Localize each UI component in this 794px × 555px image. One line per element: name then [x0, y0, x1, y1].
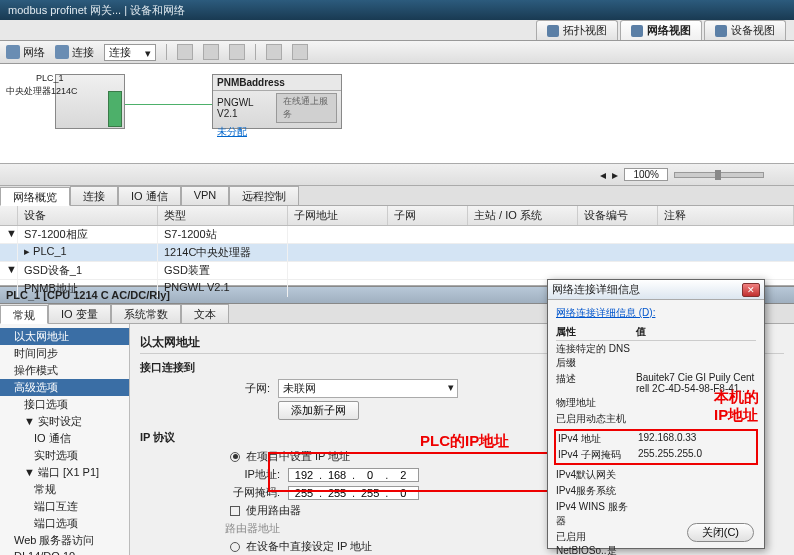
- pnmb-device[interactable]: PNMBaddress PNGWL V2.1 在线通上服务 未分配: [212, 74, 342, 129]
- connection-wire: [125, 104, 212, 105]
- close-dialog-button[interactable]: 关闭(C): [687, 523, 754, 542]
- tb-btn-1[interactable]: [177, 44, 193, 60]
- zoom-prev-icon[interactable]: ◂: [600, 168, 606, 182]
- tb-conn-dropdown[interactable]: 连接▾: [104, 44, 156, 61]
- close-icon: ✕: [747, 285, 755, 295]
- tb-btn-4[interactable]: [266, 44, 282, 60]
- tree-time-sync[interactable]: 时间同步: [0, 345, 129, 362]
- table-row: 物理地址: [556, 395, 756, 411]
- ip-address-input[interactable]: ...: [288, 468, 419, 482]
- table-row: IPv4默认网关: [556, 467, 756, 483]
- col-device[interactable]: 设备: [18, 206, 158, 225]
- tree-iface-opt[interactable]: 接口选项: [0, 396, 129, 413]
- subnet-mask-input[interactable]: ...: [288, 486, 419, 500]
- tree-port-general[interactable]: 常规: [0, 481, 129, 498]
- mask-oct-2[interactable]: [322, 487, 352, 499]
- ip-oct-4[interactable]: [388, 469, 418, 481]
- col-subnet[interactable]: 子网: [388, 206, 468, 225]
- router-label: 路由器地址: [200, 521, 280, 536]
- network-canvas[interactable]: PLC_1 中央处理器1214C PNMBaddress PNGWL V2.1 …: [0, 64, 794, 164]
- props-tabs: 网络概览 连接 IO 通信 VPN 远程控制: [0, 186, 794, 206]
- window-titlebar: modbus profinet 网关... | 设备和网络: [0, 0, 794, 20]
- zoom-next-icon[interactable]: ▸: [612, 168, 618, 182]
- tree-realtime[interactable]: ▼ 实时设定: [0, 413, 129, 430]
- grid-header: 设备 类型 子网地址 子网 主站 / IO 系统 设备编号 注释: [0, 206, 794, 226]
- tb-network[interactable]: 网络: [6, 45, 45, 60]
- tb-connect[interactable]: 连接: [55, 45, 94, 60]
- tab-network[interactable]: 网络视图: [620, 20, 702, 40]
- ip-label: IP地址:: [200, 467, 280, 482]
- dialog-body: 网络连接详细信息 (D): 属性 值 连接特定的 DNS 后缀 描述Bauite…: [548, 300, 764, 555]
- topology-icon: [547, 25, 559, 37]
- tab-io-comm[interactable]: IO 通信: [118, 186, 181, 205]
- table-row[interactable]: ▼S7-1200相应S7-1200站: [0, 226, 794, 244]
- table-row[interactable]: ▸ PLC_11214C中央处理器: [0, 244, 794, 262]
- table-row: IPv4 子网掩码255.255.255.0: [558, 447, 754, 463]
- tree-io-comm2[interactable]: IO 通信: [0, 430, 129, 447]
- tb-btn-3[interactable]: [229, 44, 245, 60]
- col-slot[interactable]: 设备编号: [578, 206, 658, 225]
- tree-advanced[interactable]: 高级选项: [0, 379, 129, 396]
- subnet-select[interactable]: 未联网▾: [278, 379, 458, 398]
- close-button[interactable]: ✕: [742, 283, 760, 297]
- mask-oct-3[interactable]: [355, 487, 385, 499]
- ip-oct-2[interactable]: [322, 469, 352, 481]
- tab-remote[interactable]: 远程控制: [229, 186, 299, 205]
- tree-rt-opt[interactable]: 实时选项: [0, 447, 129, 464]
- table-row: IPv4 地址192.168.0.33: [558, 431, 754, 447]
- plc-module-icon: [108, 91, 122, 127]
- table-row: 已启用动态主机: [556, 411, 756, 427]
- col-type[interactable]: 类型: [158, 206, 288, 225]
- zoom-slider[interactable]: [674, 172, 764, 178]
- add-subnet-button[interactable]: 添加新子网: [278, 401, 359, 420]
- tree-op-mode[interactable]: 操作模式: [0, 362, 129, 379]
- ip-oct-3[interactable]: [355, 469, 385, 481]
- tab-device[interactable]: 设备视图: [704, 20, 786, 40]
- tb-zoom-icon[interactable]: [292, 44, 308, 60]
- zoom-value[interactable]: 100%: [624, 168, 668, 181]
- conn-icon: [55, 45, 69, 59]
- tree-port-inter[interactable]: 端口互连: [0, 498, 129, 515]
- net-icon: [6, 45, 20, 59]
- zoom-thumb[interactable]: [715, 170, 721, 180]
- tab-sysconst[interactable]: 系统常数: [111, 304, 181, 323]
- tree-eth-addr[interactable]: 以太网地址: [0, 328, 129, 345]
- dropdown-icon: ▾: [145, 47, 151, 60]
- col-comment[interactable]: 注释: [658, 206, 794, 225]
- tree-port[interactable]: ▼ 端口 [X1 P1]: [0, 464, 129, 481]
- mask-oct-1[interactable]: [289, 487, 319, 499]
- dialog-caption[interactable]: 网络连接详细信息 (D):: [556, 306, 756, 320]
- tab-iovar[interactable]: IO 变量: [48, 304, 111, 323]
- tree-web[interactable]: Web 服务器访问: [0, 532, 129, 549]
- tree-di14[interactable]: DI 14/DQ 10: [0, 549, 129, 555]
- radio-icon: [230, 542, 240, 552]
- network-icon: [631, 25, 643, 37]
- pnmb-status[interactable]: 在线通上服务: [276, 93, 337, 123]
- tab-vpn[interactable]: VPN: [181, 186, 230, 205]
- device-grid: 设备 类型 子网地址 子网 主站 / IO 系统 设备编号 注释 ▼S7-120…: [0, 206, 794, 286]
- tab-general[interactable]: 常规: [0, 305, 48, 324]
- tab-text[interactable]: 文本: [181, 304, 229, 323]
- mask-label: 子网掩码:: [200, 485, 280, 500]
- pnmb-assign-link[interactable]: 未分配: [213, 125, 341, 139]
- tab-overview[interactable]: 网络概览: [0, 187, 70, 206]
- dropdown-icon: ▾: [448, 381, 454, 394]
- tab-connections[interactable]: 连接: [70, 186, 118, 205]
- table-row: 连接特定的 DNS 后缀: [556, 341, 756, 371]
- plc-module-label: 中央处理器1214C: [6, 85, 78, 98]
- settings-tree[interactable]: 以太网地址 时间同步 操作模式 高级选项 接口选项 ▼ 实时设定 IO 通信 实…: [0, 324, 130, 555]
- tab-topology[interactable]: 拓扑视图: [536, 20, 618, 40]
- pnmb-model: PNGWL V2.1: [217, 97, 268, 119]
- tb-btn-2[interactable]: [203, 44, 219, 60]
- col-subaddr[interactable]: 子网地址: [288, 206, 388, 225]
- col-master[interactable]: 主站 / IO 系统: [468, 206, 578, 225]
- table-row: 描述Bauitek7 Cie GI Puily Centrell 2C-4D-5…: [556, 371, 756, 395]
- tree-port-opt[interactable]: 端口选项: [0, 515, 129, 532]
- mask-oct-4[interactable]: [388, 487, 418, 499]
- plc-device[interactable]: PLC_1 中央处理器1214C: [55, 74, 125, 129]
- ip-oct-1[interactable]: [289, 469, 319, 481]
- annotation-host-ip-box: IPv4 地址192.168.0.33 IPv4 子网掩码255.255.255…: [554, 429, 758, 465]
- dialog-titlebar[interactable]: 网络连接详细信息 ✕: [548, 280, 764, 300]
- table-row[interactable]: ▼GSD设备_1GSD装置: [0, 262, 794, 280]
- checkbox-icon: [230, 506, 240, 516]
